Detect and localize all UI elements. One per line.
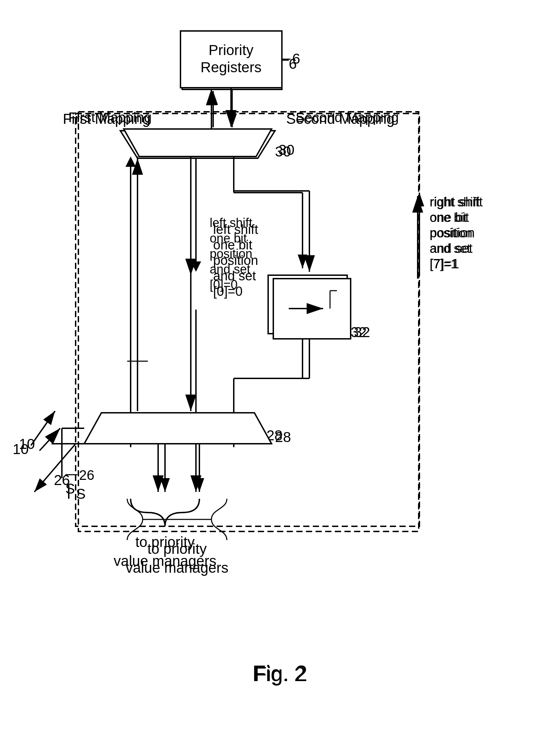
ref10: 10 [19,436,35,452]
rshift4: and set [430,241,470,256]
ref26: 26 [79,467,95,483]
outer-dashed [78,112,419,531]
lshift4: and set [210,262,250,276]
rshift1: right shift [430,195,480,209]
lshift5: [0]=0 [210,278,238,292]
ref28: 28 [275,429,291,445]
lshift1: left shift [210,216,252,230]
bottom-bus [84,413,272,444]
rshift5: [7]=1 [430,257,458,271]
to-pv1: to priority [147,541,207,557]
top-bus [124,129,272,157]
rshift2: one bit [430,211,467,225]
label-s: S [65,481,75,497]
pr-line1: Priority [209,42,254,58]
fig2: Fig. 2 [252,661,307,686]
ref6: 6 [292,51,300,67]
pr-line2: Registers [200,59,261,75]
lshift2: one bit [210,231,247,245]
svg-line-30 [40,428,60,451]
diagram-container: Priority Registers 6 First Mapping Secon… [0,0,560,732]
lshift3: position [210,247,252,261]
to-pv2: value managers [126,560,229,576]
ref32: 32 [354,324,370,340]
ref30: 30 [275,143,291,160]
rshift3: position [430,226,472,240]
